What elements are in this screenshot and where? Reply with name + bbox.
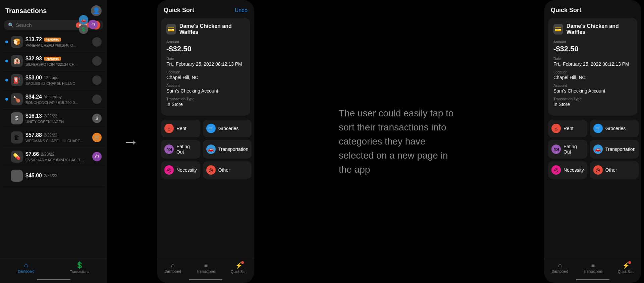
table-row[interactable]: 🏨 $32.93 PENDING SILVERSPOTCIN #22134 CH…	[3, 52, 104, 71]
cat-rent[interactable]: ⌂ Rent	[161, 120, 200, 137]
trans-circle	[92, 95, 102, 104]
trans-amount: $7.66	[25, 151, 39, 157]
qs-nav-quicksort-2[interactable]: ⚡ Quick Sort	[618, 262, 634, 274]
card-merchant-icon: 💳	[166, 24, 176, 35]
trans-circle	[92, 37, 102, 47]
avatar[interactable]: 👤	[91, 5, 102, 16]
table-row[interactable]: 🍞 $13.72 PENDING PANERA BREAD #601646 O.…	[3, 33, 104, 52]
cat-other-2[interactable]: ◎ Other	[590, 161, 639, 179]
cat-groceries-label-2: Groceries	[605, 126, 626, 131]
top-bar: Transactions 👤	[0, 0, 107, 19]
qs-transactions-icon: ≡	[204, 262, 208, 269]
card-merchant-name: Dame's Chicken and Waffles	[179, 23, 245, 35]
qs-nav-dashboard-2[interactable]: ⌂ Dashboard	[552, 262, 568, 274]
cat-other-label-2: Other	[605, 167, 617, 173]
groceries-icon: 🛒	[206, 124, 216, 133]
trans-name: SILVERSPOTCIN #22134 CH...	[25, 62, 90, 66]
cat-transport-label: Transportation	[218, 147, 249, 152]
trans-time: 12h ago	[44, 75, 58, 80]
trans-info: $16.13 2/22/22 UNITY COPENHAGEN	[25, 113, 90, 124]
trans-amount: $45.00	[25, 173, 42, 179]
unread-dot	[5, 98, 8, 101]
trans-info: $13.72 PENDING PANERA BREAD #601646 O...	[25, 37, 90, 47]
cat-eating-label-2: Eating Out	[564, 144, 584, 155]
cat-necessity-2[interactable]: ◎ Necessity	[548, 161, 587, 179]
trans-circle: 🛒	[92, 133, 102, 142]
rent-icon: ⌂	[164, 124, 174, 133]
trans-name: CVS/PHARMACY #3247CHAPEL...	[25, 158, 90, 162]
card-merchant-name-2: Dame's Chicken and Waffles	[567, 23, 632, 35]
location-value: Chapel Hill, NC	[166, 75, 245, 80]
cat-eating-out-2[interactable]: 🍽 Eating Out	[548, 140, 587, 159]
qs-header: Quick Sort Undo	[157, 0, 254, 18]
account-value: Sam's Checking Account	[166, 88, 245, 94]
table-row[interactable]: ⛽ $53.00 12h ago EAGLES #2 CHAPEL HILLNC	[3, 71, 104, 90]
table-row[interactable]: 💊 $7.66 2/23/22 CVS/PHARMACY #3247CHAPEL…	[3, 147, 104, 166]
unread-dot	[5, 79, 8, 81]
nav-transactions[interactable]: 💲 Transactions	[70, 261, 89, 274]
cat-rent-2[interactable]: ⌂ Rent	[548, 120, 587, 137]
merchant-icon: 🏨	[11, 55, 23, 67]
category-grid: ⌂ Rent 🛒 Groceries 🍽 Eating Out 🚗 Transp…	[161, 120, 250, 179]
eating-icon-2: 🍽	[551, 145, 561, 154]
table-row[interactable]: $45.00 2/24/22	[3, 166, 104, 185]
cat-transportation[interactable]: 🚗 Transportation	[203, 140, 252, 159]
quicksort-icon: ⚡	[235, 262, 243, 269]
qs-bottom-nav: ⌂ Dashboard ≡ Transactions ⚡ Quick Sort	[157, 259, 254, 278]
table-row[interactable]: 🍗 $34.24 Yesterday BONCHONCHAP * 615-290…	[3, 90, 104, 109]
trans-circle	[92, 75, 102, 85]
qs-nav-quicksort[interactable]: ⚡ Quick Sort	[231, 262, 247, 274]
qs-undo-button[interactable]: Undo	[235, 7, 248, 13]
unread-dot	[5, 41, 8, 43]
location-label-2: Location	[553, 70, 632, 74]
cat-eating-out[interactable]: 🍽 Eating Out	[161, 140, 200, 159]
pending-badge: PENDING	[44, 38, 61, 42]
type-value-2: In Store	[553, 102, 632, 107]
date-value: Fri., February 25, 2022 08:12:13 PM	[166, 61, 245, 67]
amount-label: Amount	[166, 40, 245, 44]
qs-nav-transactions-2[interactable]: ≡ Transactions	[584, 262, 603, 274]
cat-groceries[interactable]: 🛒 Groceries	[203, 120, 252, 137]
table-row[interactable]: 🗑 $57.88 2/22/22 WEGMANS CHAPEL HILCHAPE…	[3, 128, 104, 147]
qs-quicksort-label: Quick Sort	[231, 270, 247, 274]
cat-eating-label: Eating Out	[176, 144, 197, 155]
trans-circle: $	[92, 114, 102, 123]
quicksort-panel-1: Quick Sort Undo 💳 Dame's Chicken and Waf…	[157, 0, 254, 283]
qs-nav-dashboard[interactable]: ⌂ Dashboard	[165, 262, 181, 274]
purple-badge: ⏱	[88, 20, 98, 29]
cat-other-label: Other	[218, 167, 230, 173]
quicksort-badge-2: ⚡	[622, 262, 630, 269]
transactions-panel: Transactions 👤 🔍 Rent ⌂ 🚗 ⏱ 💲 🍞 $13.72 P…	[0, 0, 107, 283]
type-label-2: Transaction Type	[553, 97, 632, 101]
home-indicator-2	[576, 279, 609, 280]
nav-dashboard[interactable]: ⌂ Dashboard	[18, 261, 34, 274]
qs-quicksort-label-2: Quick Sort	[618, 270, 634, 274]
qs-title: Quick Sort	[164, 7, 194, 14]
amount-value-2: -$32.50	[553, 45, 632, 53]
gray-badge: 💲	[79, 24, 88, 34]
table-row[interactable]: $ $16.13 2/22/22 UNITY COPENHAGEN $	[3, 109, 104, 128]
trans-amount: $16.13	[25, 113, 42, 119]
merchant-icon: $	[11, 112, 23, 124]
cat-groceries-2[interactable]: 🛒 Groceries	[590, 120, 639, 137]
bottom-nav: ⌂ Dashboard 💲 Transactions	[0, 258, 107, 278]
trans-amount: $34.24	[25, 94, 42, 100]
qs-transactions-label-2: Transactions	[584, 270, 603, 273]
trans-time: 2/22/22	[44, 114, 57, 118]
trans-info: $45.00 2/24/22	[25, 173, 102, 179]
quicksort-badge: ⚡	[235, 262, 243, 269]
cat-other[interactable]: ◎ Other	[203, 161, 252, 179]
cat-transportation-2[interactable]: 🚗 Transportation	[590, 140, 639, 159]
other-icon: ◎	[206, 165, 216, 175]
cat-necessity[interactable]: ◎ Necessity	[161, 161, 200, 179]
qs-nav-transactions[interactable]: ≡ Transactions	[197, 262, 216, 274]
qs-dashboard-label: Dashboard	[165, 270, 181, 273]
date-label: Date	[166, 57, 245, 61]
location-value-2: Chapel Hill, NC	[553, 75, 632, 80]
merchant-icon: 🍗	[11, 93, 23, 105]
transactions-title: Transactions	[5, 7, 47, 15]
trans-info: $53.00 12h ago EAGLES #2 CHAPEL HILLNC	[25, 75, 90, 86]
trans-info: $32.93 PENDING SILVERSPOTCIN #22134 CH..…	[25, 56, 90, 66]
unread-dot	[5, 60, 8, 62]
trans-circle	[92, 56, 102, 66]
